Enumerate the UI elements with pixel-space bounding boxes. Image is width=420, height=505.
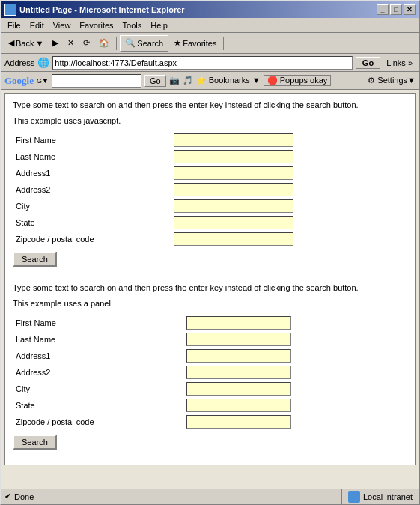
table-row: City <box>13 381 407 397</box>
zone-text: Local intranet <box>363 492 413 501</box>
bookmarks-button[interactable]: ⭐ Bookmarks ▼ <box>196 76 261 85</box>
table-row: Address1 <box>13 348 407 364</box>
section1-description-2: This example uses javascript. <box>13 115 407 127</box>
input-zipcode-2[interactable] <box>186 415 291 429</box>
section-1: Type some text to search on and then pre… <box>13 100 407 267</box>
label-last-name-1: Last Name <box>16 152 55 161</box>
label-address2-2: Address2 <box>16 368 50 377</box>
label-last-name-2: Last Name <box>16 335 55 344</box>
label-address1-2: Address1 <box>16 351 50 360</box>
forward-icon: ▶ <box>52 38 58 48</box>
toolbar-separator-1 <box>116 37 117 50</box>
menu-help[interactable]: Help <box>146 19 172 31</box>
go-button[interactable]: Go <box>356 57 380 69</box>
table-row: Address2 <box>13 364 407 381</box>
address-input[interactable] <box>52 56 353 70</box>
table-row: Last Name <box>13 148 407 165</box>
input-address1-2[interactable] <box>186 349 291 363</box>
menu-tools[interactable]: Tools <box>118 19 147 31</box>
table-row: State <box>13 397 407 414</box>
home-button[interactable]: 🏠 <box>95 35 113 52</box>
input-first-name-2[interactable] <box>186 316 291 330</box>
table-row: First Name <box>13 315 407 331</box>
table-row: Last Name <box>13 331 407 348</box>
menu-view[interactable]: View <box>49 19 76 31</box>
label-city-1: City <box>16 202 30 211</box>
address-bar: Address 🌐 Go Links » <box>1 54 419 72</box>
title-bar-left: Untitled Page - Microsoft Internet Explo… <box>4 4 185 16</box>
label-city-2: City <box>16 384 30 393</box>
label-state-1: State <box>16 218 35 227</box>
input-last-name-2[interactable] <box>186 333 291 346</box>
status-bar: ✔ Done Local intranet <box>1 489 419 504</box>
title-bar: Untitled Page - Microsoft Internet Explo… <box>1 1 419 18</box>
back-label: Back <box>16 39 34 48</box>
label-address2-1: Address2 <box>16 185 50 194</box>
label-zipcode-2: Zipcode / postal code <box>16 417 94 426</box>
label-address1-1: Address1 <box>16 169 50 178</box>
globe-icon: 🌐 <box>37 57 49 68</box>
content-inner: Type some text to search on and then pre… <box>4 93 416 465</box>
input-first-name-1[interactable] <box>174 133 293 147</box>
input-state-2[interactable] <box>186 399 291 412</box>
section2-form-table: First Name Last Name Address1 Addre <box>13 315 407 430</box>
address-label: Address <box>4 58 34 67</box>
music-icon: 🎵 <box>183 76 193 85</box>
table-row: Address1 <box>13 165 407 181</box>
google-settings-button[interactable]: ⚙ Settings▼ <box>368 76 416 85</box>
refresh-button[interactable]: ⟳ <box>79 35 94 52</box>
favorites-toolbar-button[interactable]: ★ Favorites <box>170 35 220 52</box>
search-toolbar-icon: 🔍 <box>125 38 136 48</box>
section-divider <box>13 276 407 276</box>
browser-icon <box>4 4 16 16</box>
camera-icon: 📷 <box>169 76 180 85</box>
close-button[interactable]: ✕ <box>404 4 416 15</box>
input-address2-2[interactable] <box>186 366 291 379</box>
menu-bar: File Edit View Favorites Tools Help <box>1 18 419 33</box>
input-address2-1[interactable] <box>174 183 293 196</box>
back-button[interactable]: ◀ Back ▼ <box>4 35 47 52</box>
browser-window: Untitled Page - Microsoft Internet Explo… <box>0 0 420 505</box>
window-title: Untitled Page - Microsoft Internet Explo… <box>19 5 185 14</box>
search-button-2[interactable]: Search <box>13 435 57 450</box>
refresh-icon: ⟳ <box>83 38 90 48</box>
done-icon: ✔ <box>4 492 11 501</box>
input-city-1[interactable] <box>174 199 293 213</box>
back-dropdown-icon: ▼ <box>35 39 43 48</box>
google-search-input[interactable] <box>52 74 141 88</box>
input-zipcode-1[interactable] <box>174 232 293 246</box>
maximize-button[interactable]: □ <box>390 4 402 15</box>
section1-form-table: First Name Last Name Address1 Addre <box>13 132 407 247</box>
status-text: Done <box>14 492 34 501</box>
table-row: City <box>13 198 407 214</box>
toolbar-separator-2 <box>223 37 224 50</box>
menu-favorites[interactable]: Favorites <box>75 19 118 31</box>
forward-button[interactable]: ▶ <box>49 35 62 52</box>
stop-icon: ✕ <box>67 38 74 48</box>
menu-file[interactable]: File <box>3 19 25 31</box>
minimize-button[interactable]: _ <box>377 4 389 15</box>
search-toolbar-button[interactable]: 🔍 Search <box>120 35 168 52</box>
favorites-toolbar-label: Favorites <box>183 39 216 48</box>
section1-description-1: Type some text to search on and then pre… <box>13 100 407 111</box>
table-row: Zipcode / postal code <box>13 414 407 430</box>
content-area: Type some text to search on and then pre… <box>1 90 419 489</box>
label-first-name-2: First Name <box>16 318 56 327</box>
google-go-button[interactable]: Go <box>144 75 166 87</box>
table-row: Address2 <box>13 181 407 198</box>
input-city-2[interactable] <box>186 382 291 396</box>
input-address1-1[interactable] <box>174 166 293 180</box>
stop-button[interactable]: ✕ <box>64 35 78 52</box>
home-icon: 🏠 <box>99 38 109 48</box>
status-left: ✔ Done <box>1 489 342 504</box>
back-icon: ◀ <box>8 38 14 48</box>
menu-edit[interactable]: Edit <box>25 19 49 31</box>
star-bookmarks-icon: ⭐ <box>196 76 207 85</box>
search-button-1[interactable]: Search <box>13 252 57 267</box>
input-last-name-1[interactable] <box>174 150 293 163</box>
popups-label: 🛑 Popups okay <box>264 75 332 86</box>
table-row: State <box>13 214 407 231</box>
input-state-1[interactable] <box>174 216 293 229</box>
section2-description-2: This example uses a panel <box>13 298 407 309</box>
links-button[interactable]: Links » <box>383 58 416 67</box>
